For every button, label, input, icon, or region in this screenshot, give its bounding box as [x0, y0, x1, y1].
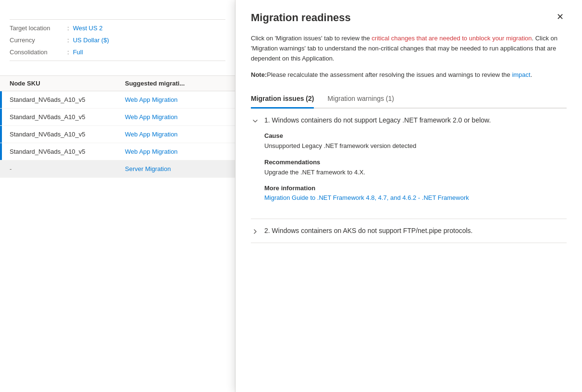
issue-1-body: Cause Unsupported Legacy .NET framework … — [251, 132, 567, 219]
currency-label: Currency — [10, 37, 67, 44]
accent-bar — [0, 91, 2, 108]
issue-1-title: 1. Windows containers do not support Leg… — [264, 116, 491, 124]
currency-value: US Dollar ($) — [73, 37, 109, 44]
sku-value: Standard_NV6ads_A10_v5 — [10, 148, 125, 155]
sku-value: Standard_NV6ads_A10_v5 — [10, 96, 125, 103]
issues-list: 1. Windows containers do not support Leg… — [251, 109, 567, 243]
table-row: Standard_NV6ads_A10_v5 Web App Migration — [0, 126, 235, 143]
accent-bar — [0, 109, 2, 125]
more-info-link[interactable]: Migration Guide to .NET Framework 4.8, 4… — [264, 194, 469, 201]
table-section: Node SKU Suggested migrati... Standard_N… — [0, 75, 235, 178]
consolidation-label: Consolidation — [10, 49, 67, 56]
left-info-section: Target location : West US 2 Currency : U… — [0, 0, 235, 75]
accent-bar — [0, 126, 2, 143]
table-row: - Server Migration — [0, 160, 235, 178]
issue-1-header[interactable]: 1. Windows containers do not support Leg… — [251, 109, 567, 132]
note-text: Please recalculate the assessment after … — [267, 71, 512, 78]
modal-note: Note:Please recalculate the assessment a… — [251, 70, 567, 80]
migration-link[interactable]: Web App Migration — [125, 131, 225, 138]
target-location-label: Target location — [10, 24, 67, 32]
consolidation-row: Consolidation : Full — [10, 49, 225, 56]
issue-item-2: 2. Windows containers on AKS do not supp… — [251, 219, 567, 243]
migration-readiness-panel: Migration readiness ✕ Click on 'Migratio… — [235, 0, 582, 392]
tab-migration-issues[interactable]: Migration issues (2) — [251, 90, 314, 109]
migration-link[interactable]: Web App Migration — [125, 148, 225, 155]
sku-value: Standard_NV6ads_A10_v5 — [10, 131, 125, 138]
modal-title: Migration readiness — [251, 12, 351, 24]
cause-text: Unsupported Legacy .NET framework versio… — [264, 141, 567, 151]
desc-red-text: critical changes that are needed to unbl… — [371, 35, 532, 42]
sku-value: Standard_NV6ads_A10_v5 — [10, 113, 125, 121]
recommendations-text: Upgrade the .NET framework to 4.X. — [264, 168, 567, 177]
target-location-row: Target location : West US 2 — [10, 24, 225, 32]
desc-prefix: Click on 'Migration issues' tab to revie… — [251, 35, 371, 42]
tab-migration-warnings[interactable]: Migration warnings (1) — [327, 90, 394, 109]
table-header: Node SKU Suggested migrati... — [0, 75, 235, 91]
col-header-sku: Node SKU — [10, 80, 125, 87]
currency-row: Currency : US Dollar ($) — [10, 37, 225, 44]
close-button[interactable]: ✕ — [554, 12, 567, 22]
consolidation-value: Full — [73, 49, 83, 56]
sku-value: - — [10, 165, 125, 172]
modal-description: Click on 'Migration issues' tab to revie… — [251, 34, 567, 63]
table-row: Standard_NV6ads_A10_v5 Web App Migration — [0, 91, 235, 109]
migration-link[interactable]: Web App Migration — [125, 96, 225, 103]
accent-bar — [0, 143, 2, 160]
note-impact-link[interactable]: impact — [512, 71, 530, 78]
more-info-section: More information Migration Guide to .NET… — [264, 184, 567, 201]
note-period: . — [531, 71, 532, 78]
cause-section: Cause Unsupported Legacy .NET framework … — [264, 132, 567, 151]
recommendations-title: Recommendations — [264, 159, 567, 166]
left-panel: Target location : West US 2 Currency : U… — [0, 0, 235, 392]
table-row: Standard_NV6ads_A10_v5 Web App Migration — [0, 109, 235, 126]
issue-item-1: 1. Windows containers do not support Leg… — [251, 109, 567, 219]
note-label: Note: — [251, 71, 267, 78]
more-info-title: More information — [264, 184, 567, 192]
chevron-down-icon — [251, 117, 260, 125]
cause-title: Cause — [264, 132, 567, 139]
chevron-right-icon — [251, 227, 260, 236]
target-location-value: West US 2 — [73, 24, 103, 32]
table-row: Standard_NV6ads_A10_v5 Web App Migration — [0, 143, 235, 160]
tabs-bar: Migration issues (2) Migration warnings … — [251, 90, 567, 109]
migration-link[interactable]: Web App Migration — [125, 113, 225, 121]
migration-link[interactable]: Server Migration — [125, 165, 225, 172]
issue-2-title: 2. Windows containers on AKS do not supp… — [264, 227, 472, 234]
issue-2-header[interactable]: 2. Windows containers on AKS do not supp… — [251, 219, 567, 243]
recommendations-section: Recommendations Upgrade the .NET framewo… — [264, 159, 567, 177]
col-header-migration: Suggested migrati... — [125, 80, 225, 87]
modal-header: Migration readiness ✕ — [251, 12, 567, 24]
